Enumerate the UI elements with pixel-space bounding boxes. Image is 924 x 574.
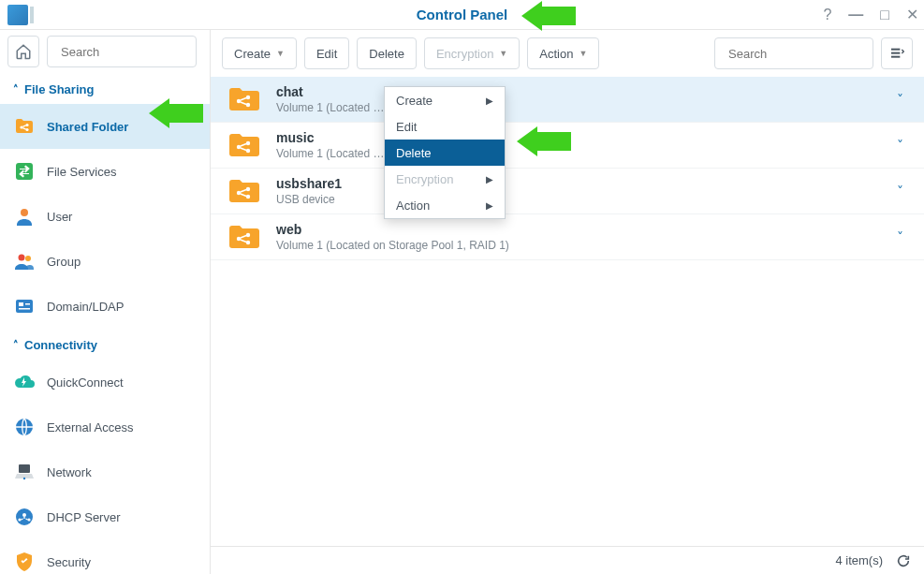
folder-info: chat Volume 1 (Located on Storage Pool 1… (276, 84, 882, 114)
sidebar: ˄File SharingShared FolderFile ServicesU… (0, 30, 211, 574)
main-panel: Create▼ Edit Delete Encryption▼ Action▼ … (211, 30, 924, 574)
menu-item-encryption: Encryption▶ (385, 166, 505, 192)
filter-search-input[interactable] (728, 47, 886, 61)
close-icon[interactable]: ✕ (906, 7, 918, 22)
item-count: 4 item(s) (835, 553, 883, 567)
menu-item-label: Delete (396, 146, 432, 160)
sidebar-item-label: Group (47, 255, 81, 269)
svg-rect-10 (19, 302, 23, 306)
maximize-icon[interactable]: □ (880, 7, 889, 22)
folder-share-icon (13, 115, 36, 138)
action-button[interactable]: Action▼ (527, 37, 599, 69)
sidebar-item-label: QuickConnect (47, 375, 124, 390)
sidebar-item-quickconnect[interactable]: QuickConnect (0, 360, 210, 405)
folder-row[interactable]: usbshare1 USB device ˅ (211, 169, 924, 214)
svg-rect-9 (16, 300, 33, 313)
sidebar-item-label: User (47, 210, 72, 224)
sidebar-item-user[interactable]: User (0, 194, 210, 239)
sidebar-item-external-access[interactable]: External Access (0, 405, 210, 449)
delete-button[interactable]: Delete (357, 37, 417, 69)
chevron-down-icon[interactable]: ˅ (897, 92, 907, 107)
svg-point-24 (246, 96, 250, 99)
home-button[interactable] (7, 36, 39, 67)
svg-point-31 (246, 195, 250, 199)
filter-search[interactable] (714, 37, 873, 69)
svg-point-25 (246, 103, 250, 107)
bolt-cloud-icon (13, 371, 36, 393)
menu-item-action[interactable]: Action▶ (385, 192, 505, 218)
sidebar-search-input[interactable] (61, 45, 218, 59)
menu-item-create[interactable]: Create▶ (385, 87, 505, 113)
svg-point-34 (246, 241, 250, 244)
folder-row[interactable]: chat Volume 1 (Located on Storage Pool 1… (211, 77, 924, 123)
menu-item-edit[interactable]: Edit (385, 113, 505, 140)
section-head[interactable]: ˄File Sharing (0, 73, 210, 104)
menu-item-label: Action (396, 199, 430, 213)
main-toolbar: Create▼ Edit Delete Encryption▼ Action▼ (211, 30, 924, 77)
menu-item-delete[interactable]: Delete (385, 140, 505, 166)
shared-folder-icon (227, 223, 261, 251)
sidebar-item-file-services[interactable]: File Services (0, 149, 210, 194)
svg-point-3 (25, 124, 28, 126)
folder-info: music Volume 1 (Located on Storage Pool … (276, 130, 882, 160)
svg-point-23 (237, 99, 241, 103)
sidebar-item-label: Network (47, 465, 92, 479)
folder-subtext: Volume 1 (Located on Storage Pool 1, RAI… (276, 147, 389, 160)
svg-point-8 (25, 256, 31, 261)
sidebar-item-label: DHCP Server (47, 510, 121, 524)
menu-item-label: Encryption (396, 172, 453, 186)
chevron-down-icon[interactable]: ˅ (897, 229, 907, 244)
sidebar-item-shared-folder[interactable]: Shared Folder (0, 104, 210, 149)
folder-info: usbshare1 USB device (276, 176, 882, 206)
svg-point-17 (22, 513, 26, 517)
svg-point-32 (237, 237, 241, 241)
folder-row[interactable]: web Volume 1 (Located on Storage Pool 1,… (211, 214, 924, 260)
create-button[interactable]: Create▼ (222, 37, 297, 69)
status-bar: 4 item(s) (211, 546, 924, 574)
submenu-caret-icon: ▶ (486, 96, 493, 106)
id-card-icon (13, 295, 36, 317)
refresh-button[interactable] (896, 553, 911, 568)
svg-point-4 (25, 128, 28, 131)
sidebar-item-label: Security (47, 555, 91, 569)
shared-folder-icon (227, 85, 261, 113)
titlebar: Control Panel ? — □ ✕ (0, 0, 924, 30)
folder-subtext: USB device (276, 193, 882, 206)
svg-point-28 (246, 149, 250, 153)
section-label: Connectivity (24, 338, 97, 352)
chevron-down-icon[interactable]: ˅ (897, 184, 907, 199)
menu-item-label: Edit (396, 120, 417, 134)
sidebar-item-label: File Services (47, 165, 116, 179)
svg-rect-22 (891, 56, 900, 58)
globe-icon (13, 416, 36, 438)
svg-point-7 (19, 255, 25, 261)
chevron-down-icon[interactable]: ˅ (897, 138, 907, 153)
folder-name: music (276, 130, 882, 145)
shield-icon (13, 551, 36, 573)
edit-button[interactable]: Edit (304, 37, 349, 69)
encryption-button[interactable]: Encryption▼ (424, 37, 520, 69)
svg-point-15 (23, 478, 25, 479)
chevron-up-icon: ˄ (13, 83, 19, 96)
user-icon (13, 205, 36, 228)
folder-name: web (276, 222, 882, 237)
settings-list-icon (889, 46, 904, 61)
sidebar-item-network[interactable]: Network (0, 449, 210, 494)
folder-subtext: Volume 1 (Located on Storage Pool 1, RAI… (276, 239, 882, 252)
file-swap-icon (13, 160, 36, 183)
svg-rect-14 (19, 464, 30, 473)
sidebar-item-dhcp[interactable]: DHCP Server (0, 494, 210, 539)
settings-columns-button[interactable] (881, 37, 913, 69)
sidebar-search[interactable] (47, 36, 197, 67)
sidebar-item-group[interactable]: Group (0, 239, 210, 284)
context-menu: Create▶EditDeleteEncryption▶Action▶ (384, 86, 506, 219)
help-icon[interactable]: ? (823, 7, 831, 22)
sidebar-item-domain-ldap[interactable]: Domain/LDAP (0, 284, 210, 329)
shared-folder-icon (227, 177, 261, 205)
window-title: Control Panel (0, 7, 924, 22)
sidebar-item-security[interactable]: Security (0, 539, 210, 574)
minimize-icon[interactable]: — (848, 7, 863, 22)
folder-row[interactable]: music Volume 1 (Located on Storage Pool … (211, 123, 924, 169)
section-head[interactable]: ˄Connectivity (0, 329, 210, 360)
sidebar-item-label: External Access (47, 420, 134, 434)
